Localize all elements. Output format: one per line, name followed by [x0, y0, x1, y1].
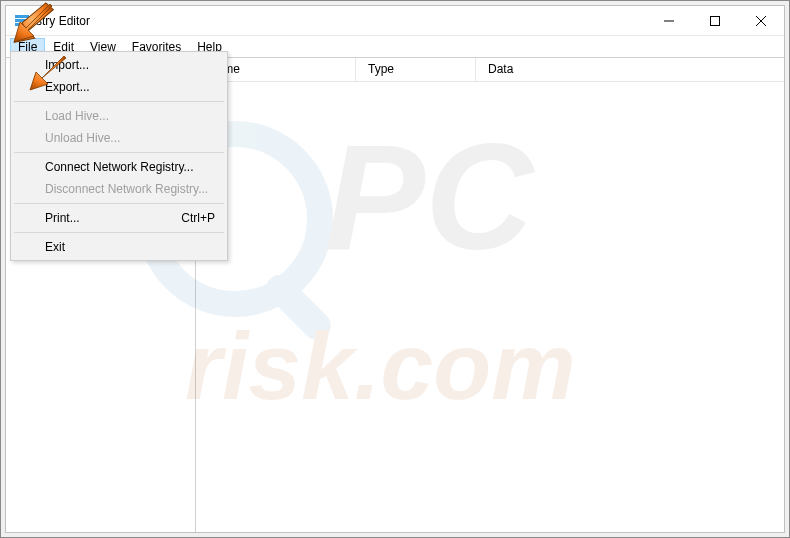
menu-import[interactable]: Import... — [13, 54, 225, 76]
app-icon — [14, 13, 30, 29]
close-button[interactable] — [738, 6, 784, 35]
svg-rect-5 — [711, 16, 720, 25]
list-pane[interactable]: Name Type Data — [196, 58, 784, 532]
menu-separator — [14, 152, 224, 153]
menu-export[interactable]: Export... — [13, 76, 225, 98]
menu-load-hive: Load Hive... — [13, 105, 225, 127]
menu-print-shortcut: Ctrl+P — [181, 211, 215, 225]
minimize-button[interactable] — [646, 6, 692, 35]
list-header: Name Type Data — [196, 58, 784, 82]
svg-rect-3 — [22, 23, 29, 26]
menu-print-label: Print... — [45, 211, 80, 225]
menu-unload-hive: Unload Hive... — [13, 127, 225, 149]
column-data[interactable]: Data — [476, 58, 784, 81]
menu-exit[interactable]: Exit — [13, 236, 225, 258]
svg-rect-0 — [15, 15, 29, 18]
menu-connect-network[interactable]: Connect Network Registry... — [13, 156, 225, 178]
window-controls — [646, 6, 784, 35]
menu-separator — [14, 101, 224, 102]
svg-rect-2 — [15, 23, 21, 26]
window-title: stry Editor — [36, 14, 646, 28]
menu-separator — [14, 203, 224, 204]
file-menu-dropdown: Import... Export... Load Hive... Unload … — [10, 51, 228, 261]
titlebar[interactable]: stry Editor — [6, 6, 784, 36]
menu-separator — [14, 232, 224, 233]
column-type[interactable]: Type — [356, 58, 476, 81]
maximize-button[interactable] — [692, 6, 738, 35]
menu-print[interactable]: Print... Ctrl+P — [13, 207, 225, 229]
menu-disconnect-network: Disconnect Network Registry... — [13, 178, 225, 200]
svg-rect-1 — [15, 19, 29, 22]
